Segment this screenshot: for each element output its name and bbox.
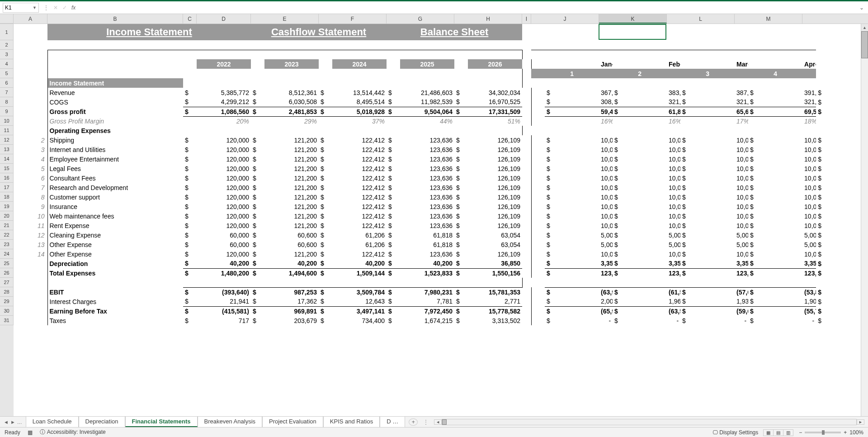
val-y-dep-4: 36,850 (468, 259, 522, 268)
zoom-slider[interactable] (805, 432, 841, 433)
row-header-29[interactable]: 29 (0, 297, 14, 306)
scroll-thumb[interactable] (861, 31, 868, 58)
col-header-D[interactable]: D (197, 14, 251, 24)
horizontal-scrollbar[interactable]: ◄ ► (434, 418, 864, 426)
col-header-G[interactable]: G (387, 14, 454, 24)
zoom-level[interactable]: 100% (849, 429, 863, 436)
sheet-tab-depreciation[interactable]: Depreciation (79, 417, 125, 427)
row-header-6[interactable]: 6 (0, 78, 14, 88)
row-header-1[interactable]: 1 (0, 24, 14, 40)
column-headers: ABCDEFGHIJKLM (0, 14, 868, 24)
col-header-I[interactable]: I (522, 14, 531, 24)
col-header-H[interactable]: H (454, 14, 522, 24)
divider-icon: ⋮ (43, 5, 49, 11)
zoom-control[interactable]: − + 100% (799, 429, 863, 436)
row-header-4[interactable]: 4 (0, 59, 14, 69)
sheet-tab-d-[interactable]: D … (380, 417, 405, 427)
opex-m-3-3: 10,000 (802, 164, 816, 173)
sheet-tab-loan-schedule[interactable]: Loan Schedule (26, 417, 79, 427)
add-sheet-button[interactable]: + (409, 418, 418, 426)
tab-more-icon[interactable]: … (17, 419, 22, 425)
cells[interactable]: Income StatementCashflow StatementBalanc… (14, 24, 868, 430)
row-header-31[interactable]: 31 (0, 316, 14, 325)
opex-m-3-1: 10,000 (667, 164, 680, 173)
col-header-F[interactable]: F (319, 14, 387, 24)
scroll-left-icon[interactable]: ◄ (434, 419, 442, 425)
accessibility-status[interactable]: ⓘAccessibility: Investigate (40, 428, 106, 436)
sheet-tab-breakeven-analysis[interactable]: Breakeven Analysis (198, 417, 262, 427)
row-header-18[interactable]: 18 (0, 192, 14, 202)
tab-first-icon[interactable]: ◄ (4, 419, 9, 425)
page-layout-icon[interactable]: ▤ (773, 429, 783, 436)
view-buttons[interactable]: ▦▤▥ (764, 429, 793, 436)
formula-input[interactable] (75, 3, 857, 13)
row-header-28[interactable]: 28 (0, 287, 14, 297)
cancel-icon[interactable]: ✕ (53, 5, 58, 11)
col-header-E[interactable]: E (251, 14, 319, 24)
row-header-27[interactable]: 27 (0, 278, 14, 287)
col-header-J[interactable]: J (531, 14, 599, 24)
row-header-16[interactable]: 16 (0, 173, 14, 183)
zoom-out-icon[interactable]: − (799, 429, 802, 436)
spreadsheet-grid[interactable]: Income StatementCashflow StatementBalanc… (14, 24, 859, 325)
name-box[interactable]: K1 ▼ (3, 3, 39, 13)
col-header-K[interactable]: K (599, 14, 667, 24)
row-header-23[interactable]: 23 (0, 240, 14, 249)
row-header-30[interactable]: 30 (0, 306, 14, 316)
name-box-dropdown-icon[interactable]: ▼ (33, 5, 37, 10)
sheet-tab-kpis-and-ratios[interactable]: KPIS and Ratios (323, 417, 380, 427)
tab-next-icon[interactable]: ► (10, 419, 15, 425)
row-header-10[interactable]: 10 (0, 116, 14, 126)
row-header-2[interactable]: 2 (0, 40, 14, 50)
page-break-icon[interactable]: ▥ (783, 429, 793, 436)
val-m-margin-2: 17% (735, 116, 748, 126)
confirm-icon[interactable]: ✓ (62, 5, 67, 11)
opex-label-6: Customer support (47, 192, 183, 202)
select-all[interactable] (0, 14, 14, 24)
val-m-revenue-1: 383,598 (667, 88, 680, 97)
vertical-scrollbar[interactable]: ▲ (861, 24, 868, 430)
opex-m-10-3: 5,000 (802, 230, 816, 240)
row-header-21[interactable]: 21 (0, 221, 14, 230)
row-header-13[interactable]: 13 (0, 145, 14, 154)
macro-icon[interactable]: ▦ (28, 429, 33, 436)
fx-icon[interactable]: fx (71, 5, 75, 11)
opex-label-3: Legal Fees (47, 164, 183, 173)
status-ready: Ready (5, 429, 20, 436)
row-header-24[interactable]: 24 (0, 249, 14, 259)
row-header-8[interactable]: 8 (0, 97, 14, 107)
opex-y-10-4: 63,054 (468, 230, 522, 240)
col-header-L[interactable]: L (667, 14, 735, 24)
col-header-A[interactable]: A (14, 14, 47, 24)
scroll-up-icon[interactable]: ▲ (861, 24, 868, 31)
row-header-14[interactable]: 14 (0, 154, 14, 164)
row-header-5[interactable]: 5 (0, 69, 14, 78)
opex-y-7-1: 121,200 (264, 202, 319, 211)
display-settings-button[interactable]: 🖵 Display Settings (712, 429, 758, 436)
row-header-26[interactable]: 26 (0, 268, 14, 278)
val-y-gross-3: 9,504,064 (400, 107, 454, 116)
normal-view-icon[interactable]: ▦ (763, 429, 774, 436)
row-header-7[interactable]: 7 (0, 88, 14, 97)
row-header-25[interactable]: 25 (0, 259, 14, 268)
row-header-19[interactable]: 19 (0, 202, 14, 211)
row-header-20[interactable]: 20 (0, 211, 14, 221)
row-header-12[interactable]: 12 (0, 135, 14, 145)
row-header-9[interactable]: 9 (0, 107, 14, 116)
col-header-M[interactable]: M (735, 14, 802, 24)
sheet-tab-project-evaluation[interactable]: Project Evaluation (262, 417, 323, 427)
sheet-tab-financial-statements[interactable]: Financial Statements (125, 417, 198, 427)
row-header-17[interactable]: 17 (0, 183, 14, 192)
row-header-3[interactable]: 3 (0, 50, 14, 59)
col-header-B[interactable]: B (47, 14, 183, 24)
val-y-dep-0: 40,200 (197, 259, 251, 268)
scroll-right-icon[interactable]: ► (857, 419, 864, 425)
opex-y-12-2: 122,412 (332, 249, 387, 259)
zoom-in-icon[interactable]: + (844, 429, 847, 436)
row-header-22[interactable]: 22 (0, 230, 14, 240)
col-header-C[interactable]: C (183, 14, 197, 24)
row-header-11[interactable]: 11 (0, 126, 14, 135)
formula-expand-icon[interactable]: ⌄ (857, 5, 866, 11)
val-y-revenue-4: 34,302,034 (468, 88, 522, 97)
row-header-15[interactable]: 15 (0, 164, 14, 173)
